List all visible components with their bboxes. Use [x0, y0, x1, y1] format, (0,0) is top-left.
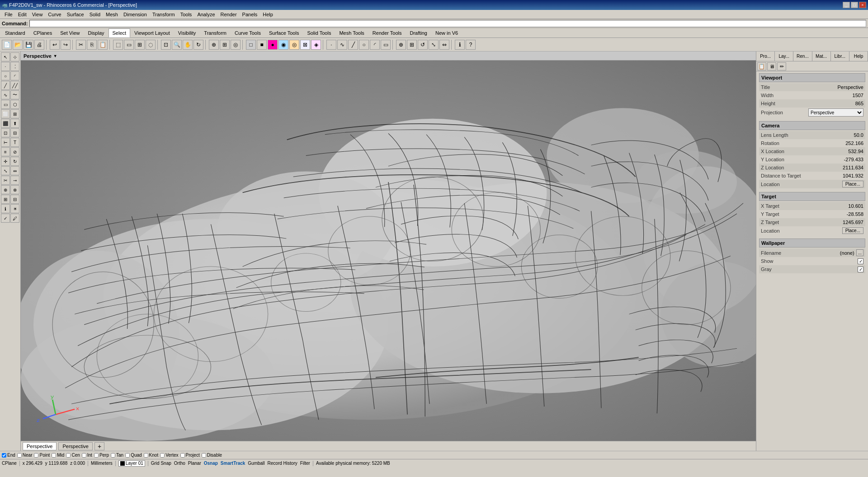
freeform-tool[interactable]: 〜: [10, 90, 19, 99]
gumball-toggle[interactable]: Gumball: [248, 461, 264, 466]
grid-icon[interactable]: ⊞: [220, 40, 230, 50]
move-tool[interactable]: ✛: [1, 157, 10, 166]
wireframe-icon[interactable]: □: [246, 40, 256, 50]
snap-icon[interactable]: ⊕: [209, 40, 219, 50]
menu-edit[interactable]: Edit: [15, 11, 29, 18]
menu-analyze[interactable]: Analyze: [194, 11, 217, 18]
join-tool[interactable]: ⊕: [1, 185, 10, 194]
rp-icon-3[interactable]: ✏: [777, 62, 786, 70]
snap-mid[interactable]: Mid: [52, 453, 64, 458]
tab-drafting[interactable]: Drafting: [406, 28, 431, 37]
planar-toggle[interactable]: Planar: [188, 461, 201, 466]
menu-panels[interactable]: Panels: [240, 11, 260, 18]
window-sel-icon[interactable]: ▭: [124, 40, 134, 50]
trim-tool[interactable]: ✂: [1, 176, 10, 185]
rectangle-icon[interactable]: ▭: [381, 40, 391, 50]
record-history-toggle[interactable]: Record History: [268, 461, 297, 466]
solid-tool[interactable]: ⬛: [1, 119, 10, 128]
tab-mesh-tools[interactable]: Mesh Tools: [335, 28, 368, 37]
polyline-tool[interactable]: ╱╱: [10, 81, 19, 90]
shaded-icon[interactable]: ■: [257, 40, 267, 50]
maximize-button[interactable]: □: [851, 2, 858, 8]
new-icon[interactable]: 📄: [2, 40, 12, 50]
menu-solid[interactable]: Solid: [87, 11, 103, 18]
menu-help[interactable]: Help: [260, 11, 276, 18]
command-input[interactable]: [29, 20, 866, 27]
print-icon[interactable]: 🖨: [34, 40, 44, 50]
curve-tool[interactable]: ∿: [1, 90, 10, 99]
explode-tool[interactable]: ⊗: [10, 185, 19, 194]
menu-mesh[interactable]: Mesh: [103, 11, 121, 18]
rp-tab-materials[interactable]: Mat...: [812, 51, 831, 61]
rotate-icon[interactable]: ↻: [193, 40, 203, 50]
tab-new-in-v6[interactable]: New in V6: [431, 28, 462, 37]
tab-surface-tools[interactable]: Surface Tools: [265, 28, 303, 37]
select-tool[interactable]: ↖: [1, 52, 10, 61]
snap-quad[interactable]: Quad: [125, 453, 142, 458]
snap-knot[interactable]: Knot: [144, 453, 159, 458]
open-icon[interactable]: 📂: [13, 40, 23, 50]
cut-icon[interactable]: ✂: [76, 40, 86, 50]
rp-icon-1[interactable]: 📋: [757, 62, 766, 70]
split-tool[interactable]: ⊸: [10, 176, 19, 185]
polygon-tool[interactable]: ⬡: [10, 100, 19, 109]
menu-dimension[interactable]: Dimension: [121, 11, 150, 18]
tab-display[interactable]: Display: [84, 28, 108, 37]
dim-tool[interactable]: ⊢: [1, 138, 10, 147]
prop-projection-select[interactable]: Perspective Parallel Two-Point Perspecti…: [808, 108, 863, 117]
tab-visibility[interactable]: Visibility: [174, 28, 200, 37]
osnap-toggle[interactable]: Osnap: [204, 461, 218, 466]
point-tool[interactable]: ·: [1, 62, 10, 71]
filter-toggle[interactable]: Filter: [300, 461, 310, 466]
multi-select-tool[interactable]: ⊹: [10, 52, 19, 61]
lasso-icon[interactable]: ◌: [146, 40, 156, 50]
tab-standard[interactable]: Standard: [1, 28, 29, 37]
wallpaper-file-button[interactable]: ...: [856, 249, 863, 256]
curve-icon[interactable]: ∿: [337, 40, 347, 50]
viewport-canvas[interactable]: x y z: [21, 61, 756, 441]
snap-point[interactable]: Point: [34, 453, 50, 458]
tab-setview[interactable]: Set View: [56, 28, 84, 37]
tab-select[interactable]: Select: [108, 28, 131, 37]
artistic-icon[interactable]: ◈: [311, 40, 321, 50]
menu-render[interactable]: Render: [218, 11, 240, 18]
point-icon[interactable]: ·: [326, 40, 336, 50]
rp-icon-2[interactable]: 🖥: [767, 62, 776, 70]
crossing-icon[interactable]: ⊞: [135, 40, 145, 50]
surface-tool[interactable]: ⬜: [1, 109, 10, 118]
save-icon[interactable]: 💾: [24, 40, 33, 50]
menu-curve[interactable]: Curve: [45, 11, 64, 18]
rendered-icon[interactable]: ●: [268, 40, 278, 50]
mirror2-tool[interactable]: ⇔: [10, 166, 19, 175]
ortho-toggle[interactable]: Ortho: [174, 461, 185, 466]
snap-tan[interactable]: Tan: [111, 453, 123, 458]
snap-near[interactable]: Near: [17, 453, 33, 458]
minimize-button[interactable]: _: [843, 2, 850, 8]
close-button[interactable]: ×: [859, 2, 866, 8]
extrude-tool[interactable]: ⬆: [10, 119, 19, 128]
snap-project[interactable]: Project: [180, 453, 200, 458]
line-icon[interactable]: ╱: [348, 40, 358, 50]
rp-tab-libraries[interactable]: Libr...: [831, 51, 849, 61]
viewport-tab-perspective-1[interactable]: Perspective: [23, 442, 57, 450]
rp-tab-help[interactable]: Help: [849, 51, 868, 61]
xray-icon[interactable]: ◎: [289, 40, 299, 50]
menu-tools[interactable]: Tools: [178, 11, 195, 18]
mirror-icon[interactable]: ⇔: [439, 40, 449, 50]
snap-cen[interactable]: Cen: [66, 453, 80, 458]
zoom-in-icon[interactable]: 🔍: [172, 40, 182, 50]
circle-icon[interactable]: ○: [359, 40, 369, 50]
arc-icon[interactable]: ◜: [370, 40, 380, 50]
rotate2-icon[interactable]: ↺: [418, 40, 428, 50]
menu-file[interactable]: File: [2, 11, 15, 18]
scale-icon[interactable]: ⤡: [429, 40, 439, 50]
analyze-tool[interactable]: ℹ: [1, 204, 10, 213]
tab-transform[interactable]: Transform: [200, 28, 231, 37]
tab-cplanes[interactable]: CPlanes: [29, 28, 57, 37]
osnap-icon[interactable]: ◎: [231, 40, 241, 50]
smarttrack-toggle[interactable]: SmartTrack: [221, 461, 245, 466]
text-tool[interactable]: T: [10, 138, 19, 147]
menu-transform[interactable]: Transform: [150, 11, 178, 18]
check-tool[interactable]: ✓: [1, 214, 10, 223]
show-checkbox[interactable]: ✓: [858, 258, 863, 264]
